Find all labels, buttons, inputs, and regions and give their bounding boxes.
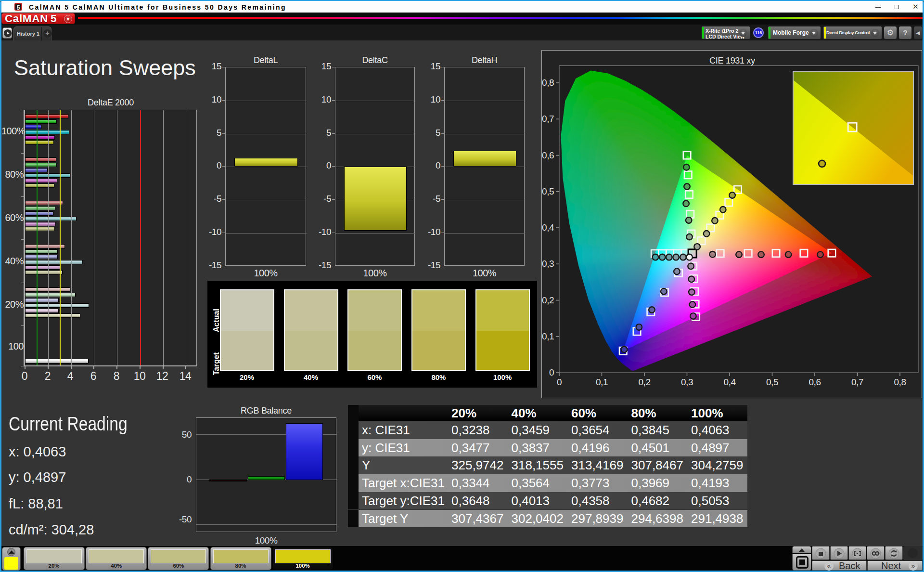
svg-text:0,5: 0,5 — [766, 377, 778, 387]
svg-text:0,3: 0,3 — [542, 259, 554, 269]
svg-text:0,7: 0,7 — [542, 114, 554, 124]
svg-text:0,3: 0,3 — [681, 377, 693, 387]
svg-text:0,8: 0,8 — [894, 377, 906, 387]
svg-text:0,7: 0,7 — [851, 377, 863, 387]
svg-text:0,4: 0,4 — [542, 222, 554, 233]
svg-text:0,2: 0,2 — [542, 295, 554, 305]
svg-text:0,1: 0,1 — [542, 331, 554, 341]
svg-text:0,4: 0,4 — [724, 377, 736, 387]
svg-text:0,1: 0,1 — [596, 377, 608, 387]
svg-text:0,2: 0,2 — [639, 377, 651, 387]
svg-text:0,8: 0,8 — [542, 78, 554, 88]
svg-text:0,5: 0,5 — [542, 186, 554, 196]
svg-text:0: 0 — [557, 377, 562, 387]
svg-text:0,6: 0,6 — [542, 150, 554, 160]
svg-text:0,6: 0,6 — [809, 377, 821, 387]
svg-text:0: 0 — [549, 367, 554, 377]
